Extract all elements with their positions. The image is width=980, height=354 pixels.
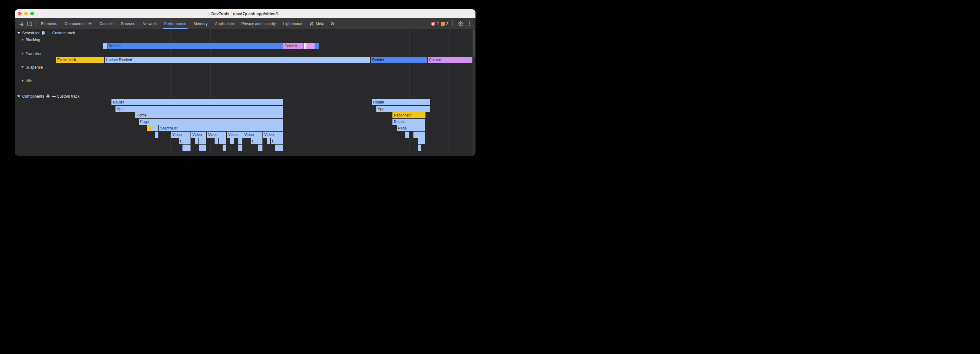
track-suffix: — Custom track	[47, 31, 75, 35]
flame-bar-page[interactable]: Page	[139, 119, 283, 125]
flame-bar[interactable]	[195, 138, 198, 144]
performance-content: Scheduler— Custom trackBlockingTransitio…	[15, 29, 476, 156]
flame-bar[interactable]	[199, 138, 206, 144]
timeline-gridline	[330, 29, 330, 152]
flame-bar[interactable]	[421, 132, 425, 138]
flame-bar[interactable]	[405, 132, 409, 138]
flame-bar[interactable]	[267, 138, 270, 144]
flame-bar[interactable]	[315, 43, 319, 49]
settings-gear-icon[interactable]	[457, 20, 465, 28]
tab-console[interactable]: Console	[96, 18, 117, 29]
tab-label: Sources	[121, 22, 135, 26]
flame-bar[interactable]	[183, 145, 191, 151]
flame-bar[interactable]	[258, 145, 262, 151]
flame-bar-reconnect[interactable]: Reconnect	[393, 112, 425, 118]
double-chevron-icon	[330, 21, 335, 26]
flame-bar[interactable]	[219, 138, 227, 144]
flame-bar-app[interactable]: App	[376, 106, 430, 112]
flame-bar-render[interactable]: Render	[107, 43, 283, 49]
flame-bar[interactable]	[239, 145, 243, 151]
flame-bar[interactable]	[151, 125, 158, 131]
tab-sources[interactable]: Sources	[117, 18, 139, 29]
flame-bar-label: Video	[243, 132, 254, 137]
flame-bar-label: Render	[371, 58, 384, 62]
track-suffix: — Custom track	[52, 94, 80, 99]
flame-bar[interactable]	[239, 138, 243, 144]
flame-bar-router[interactable]: Router	[111, 99, 283, 105]
tab-lighthouse[interactable]: Lighthouse	[279, 18, 305, 29]
lane-label-idle[interactable]: Idle	[21, 78, 32, 83]
flame-bar-details[interactable]: Details	[393, 119, 425, 125]
tab-memory[interactable]: Memory	[190, 18, 211, 29]
flame-bar-page[interactable]: Page	[397, 125, 425, 131]
lane-label-transition[interactable]: Transition	[21, 51, 42, 56]
flame-bar[interactable]	[215, 138, 218, 144]
flame-bar-label: Page	[397, 126, 407, 130]
tab-components[interactable]: Components	[61, 18, 96, 29]
flame-bar[interactable]	[418, 145, 422, 151]
flame-bar-l-[interactable]: L…	[251, 138, 262, 144]
tab-network[interactable]: Network	[139, 18, 161, 29]
flame-bar[interactable]	[414, 132, 421, 138]
tab-application[interactable]: Application	[211, 18, 237, 29]
flame-bar[interactable]	[304, 43, 307, 49]
flame-bar-l-[interactable]: L…	[179, 138, 191, 144]
tab-label: Lighthouse	[283, 22, 302, 26]
kebab-menu-icon[interactable]	[467, 20, 472, 28]
tab-elements[interactable]: Elements	[37, 18, 61, 29]
flame-bar[interactable]	[418, 138, 421, 144]
tab-privacy-and-security[interactable]: Privacy and security	[237, 18, 279, 29]
flame-bar-label: Home	[135, 113, 147, 117]
flame-bar-commit[interactable]: Commit	[428, 57, 473, 63]
flame-bar-l-[interactable]: L…	[271, 138, 283, 144]
timeline-gridline	[449, 29, 450, 152]
tab-performance[interactable]: Performance	[161, 18, 190, 29]
scrollbar-track[interactable]	[473, 29, 476, 156]
flame-bar-commit[interactable]: Commit	[283, 43, 303, 49]
warning-badge[interactable]: ! 2	[441, 22, 448, 26]
warning-icon: !	[441, 22, 445, 26]
flame-bar[interactable]	[223, 145, 226, 151]
more-tabs-button[interactable]	[328, 21, 337, 26]
flame-bar-router[interactable]: Router	[372, 99, 430, 105]
lane-label-blocking[interactable]: Blocking	[21, 37, 40, 42]
flame-bar[interactable]	[147, 125, 151, 131]
flame-bar-home[interactable]: Home	[135, 112, 283, 118]
react-atom-icon	[88, 22, 92, 26]
scrollbar-thumb[interactable]	[473, 30, 475, 57]
flame-bar-label: Commit	[283, 44, 298, 48]
flame-bar[interactable]	[421, 138, 425, 144]
flame-bar-app[interactable]: App	[116, 106, 283, 112]
flame-bar-video[interactable]: Video	[227, 132, 243, 138]
inspect-element-icon[interactable]	[17, 20, 25, 28]
timeline-gridline	[51, 29, 51, 152]
flame-bar-searchlist[interactable]: SearchList	[159, 125, 283, 131]
flame-bar-video[interactable]: Video	[207, 132, 227, 138]
flame-bar[interactable]	[155, 132, 158, 138]
flame-bar[interactable]	[275, 145, 283, 151]
track-title-components[interactable]: Components— Custom track	[17, 94, 80, 99]
tab-meta[interactable]: Meta	[305, 18, 328, 29]
track-name: Components	[22, 94, 44, 99]
flame-bar-label: L…	[179, 139, 186, 144]
flame-bar-render[interactable]: Render	[371, 57, 427, 63]
flame-bar-video[interactable]: Video	[191, 132, 206, 138]
flame-bar[interactable]	[230, 138, 234, 144]
lane-label-suspense[interactable]: Suspense	[21, 65, 43, 70]
flame-bar-video[interactable]: Video	[243, 132, 262, 138]
collapse-triangle-icon	[21, 39, 24, 41]
device-toolbar-icon[interactable]	[25, 20, 33, 28]
flame-bar-video[interactable]: Video	[263, 132, 283, 138]
flame-bar-event-click[interactable]: Event: click	[56, 57, 104, 63]
flame-bar[interactable]	[199, 145, 206, 151]
flame-bar[interactable]	[103, 43, 107, 49]
track-title-scheduler[interactable]: Scheduler— Custom track	[17, 30, 75, 35]
warning-count: 2	[446, 22, 448, 26]
track-name: Scheduler	[22, 31, 40, 35]
flame-bar[interactable]	[307, 43, 315, 49]
error-badge[interactable]: 2	[431, 22, 439, 26]
error-icon	[431, 22, 435, 26]
lane-name: Idle	[25, 79, 32, 83]
flame-bar-update-blocked[interactable]: Update Blocked	[105, 57, 371, 63]
flame-bar-video[interactable]: Video	[171, 132, 191, 138]
